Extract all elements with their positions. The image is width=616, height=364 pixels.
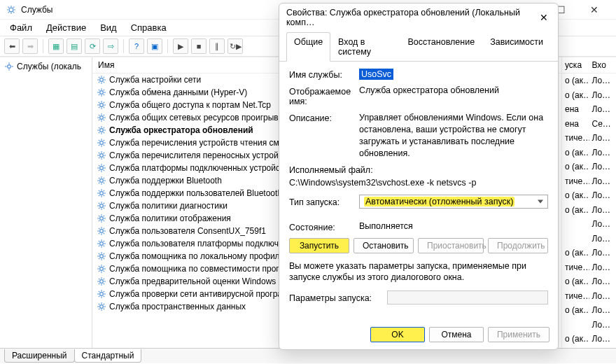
services-icon [6, 4, 17, 15]
label-startup: Тип запуска: [289, 196, 352, 207]
props-button[interactable]: ▤ [66, 38, 82, 54]
svg-line-93 [104, 178, 104, 178]
tab-recovery[interactable]: Восстановление [400, 32, 483, 62]
gear-icon [97, 75, 106, 85]
start-button[interactable]: Запустить [289, 238, 349, 253]
label-exe: Исполняемый файл: [289, 165, 548, 175]
tab-general[interactable]: Общие [286, 32, 330, 62]
svg-line-30 [104, 90, 104, 90]
ok-button[interactable]: OK [370, 327, 425, 342]
svg-line-103 [99, 195, 99, 196]
startup-dropdown[interactable]: Автоматически (отложенный запуск) [359, 195, 548, 209]
svg-line-102 [104, 190, 104, 191]
stop-button[interactable]: ■ [191, 38, 206, 54]
svg-line-139 [99, 246, 99, 246]
gear-icon [97, 226, 106, 236]
extra-col-row: о (ак…Ло… [562, 160, 616, 174]
svg-line-48 [104, 115, 104, 115]
extra-col-row: Ло… [562, 232, 616, 246]
grid-button[interactable]: ▦ [48, 38, 64, 54]
extra-col-row: о (ак…Ло… [562, 188, 616, 203]
value-display: Служба оркестратора обновлений [359, 85, 548, 95]
svg-line-67 [99, 145, 99, 146]
restart-button[interactable]: ↻▶ [227, 38, 243, 54]
gear-icon [97, 289, 106, 299]
menu-file[interactable]: Файл [4, 21, 38, 34]
svg-line-137 [104, 246, 104, 246]
service-name: Служба пользователя платформы подключ… [109, 239, 287, 248]
svg-point-140 [100, 255, 104, 258]
close-button[interactable]: ✕ [584, 4, 605, 15]
tab-extended[interactable]: Расширенный [4, 349, 75, 363]
dialog-close-button[interactable]: ✕ [537, 12, 551, 23]
resume-button[interactable]: Продолжить [488, 238, 548, 253]
startup-value: Автоматически (отложенный запуск) [364, 197, 514, 206]
menu-help[interactable]: Справка [125, 21, 172, 34]
tab-deps[interactable]: Зависимости [482, 32, 551, 62]
gear-icon [97, 113, 106, 122]
gear-icon [97, 125, 106, 135]
svg-line-164 [104, 284, 104, 284]
svg-line-156 [104, 266, 104, 267]
svg-point-104 [100, 204, 104, 208]
refresh-button[interactable]: ⟳ [85, 38, 100, 54]
tree-root[interactable]: Службы (локаль [4, 60, 88, 73]
service-name: Служба настройки сети [109, 75, 201, 85]
svg-line-84 [104, 165, 104, 166]
col-header-logon[interactable]: Вхо [589, 57, 617, 73]
svg-point-59 [100, 141, 104, 145]
svg-line-175 [99, 296, 99, 297]
export-button[interactable]: ⇨ [103, 38, 118, 54]
tab-standard[interactable]: Стандартный [74, 349, 142, 363]
svg-line-110 [104, 208, 104, 209]
forward-button[interactable]: ➡ [22, 38, 38, 54]
tab-logon[interactable]: Вход в систему [330, 32, 400, 62]
gear-icon [97, 138, 106, 148]
window-title: Службы [21, 5, 52, 15]
service-name: Служба политики отображения [109, 214, 231, 223]
svg-point-41 [100, 116, 104, 120]
svg-point-14 [100, 78, 104, 82]
svg-line-7 [13, 6, 14, 7]
gear-icon [97, 176, 106, 186]
value-state: Выполняется [359, 221, 548, 231]
properties-dialog: Свойства: Служба оркестратора обновлений… [279, 3, 559, 350]
svg-line-155 [104, 271, 104, 272]
back-button[interactable]: ⬅ [4, 38, 20, 54]
apply-button[interactable]: Применить [488, 327, 550, 342]
pause-button[interactable]: Приостановить [418, 238, 484, 253]
svg-line-64 [99, 140, 99, 141]
play-button[interactable]: ▶ [173, 38, 188, 54]
svg-point-50 [100, 129, 104, 132]
extra-col-row: Ло… [562, 217, 616, 232]
menu-view[interactable]: Вид [94, 21, 122, 34]
value-svcname[interactable]: UsoSvc [359, 69, 393, 80]
svg-point-0 [9, 8, 13, 12]
extra-col-row: тиче…Ло… [562, 174, 616, 189]
service-name: Служба поддержки пользователей Bluetooth… [109, 188, 295, 198]
extra-col-row: тиче…Ло… [562, 260, 616, 275]
svg-line-166 [99, 284, 99, 284]
params-input[interactable] [387, 290, 548, 304]
svg-point-68 [100, 154, 104, 158]
svg-line-75 [104, 153, 104, 153]
pause-button[interactable]: ∥ [209, 38, 225, 54]
props2-button[interactable]: ▣ [147, 38, 162, 54]
svg-line-147 [104, 253, 104, 254]
svg-point-158 [100, 280, 104, 284]
svg-line-92 [104, 183, 104, 183]
stop-button[interactable]: Остановить [354, 238, 414, 253]
col-header-start[interactable]: уска [562, 57, 589, 73]
svg-line-91 [99, 178, 99, 178]
cancel-button[interactable]: Отмена [429, 327, 484, 342]
service-name: Служба проверки сети антивирусной програ… [109, 289, 290, 299]
svg-line-5 [8, 6, 9, 7]
gear-icon [97, 276, 106, 286]
svg-line-74 [104, 158, 104, 158]
svg-line-56 [104, 132, 104, 133]
svg-line-73 [99, 153, 99, 153]
svg-point-167 [100, 293, 104, 296]
gear-icon [97, 163, 106, 173]
menu-action[interactable]: Действие [41, 21, 92, 34]
help-button[interactable]: ? [129, 38, 144, 54]
